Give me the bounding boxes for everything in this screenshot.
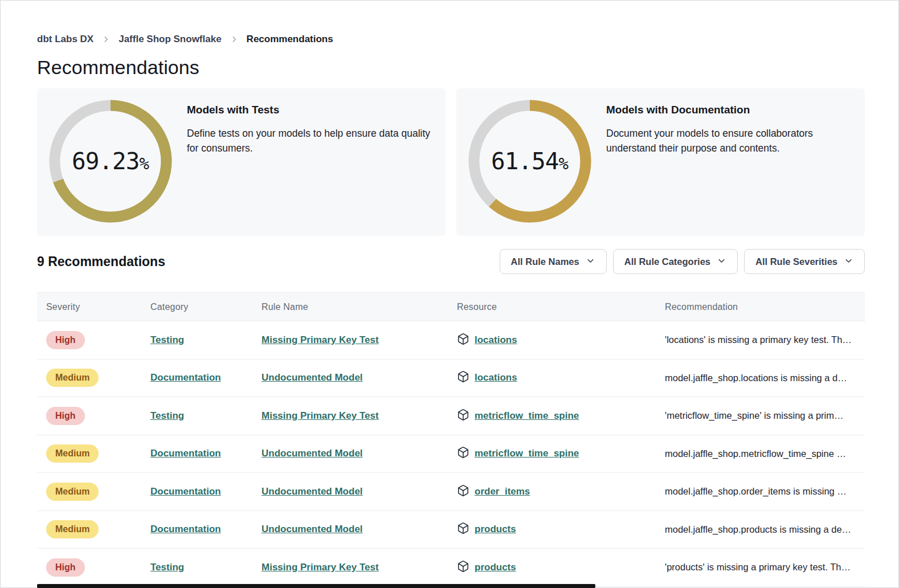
recommendation-text: model.jaffle_shop.products is missing a … xyxy=(656,524,865,535)
card-description: Define tests on your models to help ensu… xyxy=(187,126,432,156)
chevron-down-icon xyxy=(586,256,595,268)
filter-rule-categories-dropdown[interactable]: All Rule Categories xyxy=(613,249,738,274)
severity-badge: High xyxy=(46,558,85,577)
rule-name-link[interactable]: Missing Primary Key Test xyxy=(261,410,379,421)
table-row: High Testing Missing Primary Key Test lo… xyxy=(37,321,865,360)
models-with-tests-donut-chart: 69.23% xyxy=(49,100,172,223)
models-with-documentation-card: 61.54% Models with Documentation Documen… xyxy=(456,88,865,236)
column-header-category: Category xyxy=(141,302,252,312)
resource-link[interactable]: metricflow_time_spine xyxy=(475,410,579,422)
resource-link[interactable]: products xyxy=(475,562,516,573)
metric-cards: 69.23% Models with Tests Define tests on… xyxy=(37,88,865,236)
percent-value: 61.54 xyxy=(491,148,558,175)
resource-link[interactable]: products xyxy=(475,524,516,535)
category-link[interactable]: Testing xyxy=(150,562,184,573)
table-row: Medium Documentation Undocumented Model … xyxy=(37,435,865,473)
column-header-resource: Resource xyxy=(448,302,656,312)
resource-link[interactable]: locations xyxy=(475,334,517,346)
horizontal-scrollbar-thumb[interactable] xyxy=(37,584,595,588)
table-header: Severity Category Rule Name Resource Rec… xyxy=(37,292,865,321)
models-with-tests-card: 69.23% Models with Tests Define tests on… xyxy=(37,88,446,236)
cube-icon xyxy=(457,333,469,348)
filter-rule-names-dropdown[interactable]: All Rule Names xyxy=(500,249,607,274)
recommendation-text: 'metricflow_time_spine' is missing a pri… xyxy=(656,410,865,421)
recommendation-text: 'locations' is missing a primary key tes… xyxy=(656,334,865,345)
table-body: High Testing Missing Primary Key Test lo… xyxy=(37,321,865,587)
recommendations-table: Severity Category Rule Name Resource Rec… xyxy=(37,292,865,587)
cube-icon xyxy=(457,446,469,461)
rule-name-link[interactable]: Undocumented Model xyxy=(261,524,363,534)
chevron-right-icon xyxy=(102,35,110,43)
table-row: High Testing Missing Primary Key Test pr… xyxy=(37,549,865,587)
recommendation-text: model.jaffle_shop.metricflow_time_spine … xyxy=(656,448,865,459)
page: dbt Labs DX Jaffle Shop Snowflake Recomm… xyxy=(0,0,899,588)
category-link[interactable]: Documentation xyxy=(150,372,221,383)
cube-icon xyxy=(457,560,469,575)
resource-link[interactable]: locations xyxy=(475,372,517,383)
card-title: Models with Tests xyxy=(187,104,432,116)
rule-name-link[interactable]: Missing Primary Key Test xyxy=(261,334,379,345)
cube-icon xyxy=(457,522,469,537)
category-link[interactable]: Documentation xyxy=(150,524,221,534)
chevron-right-icon xyxy=(230,35,238,43)
percent-label: 69.23% xyxy=(72,148,149,175)
severity-badge: Medium xyxy=(46,369,99,387)
percent-value: 69.23 xyxy=(72,148,139,175)
category-link[interactable]: Documentation xyxy=(150,486,221,497)
category-link[interactable]: Testing xyxy=(150,334,184,345)
rule-name-link[interactable]: Undocumented Model xyxy=(261,372,363,383)
cube-icon xyxy=(457,484,469,499)
breadcrumb: dbt Labs DX Jaffle Shop Snowflake Recomm… xyxy=(37,34,333,45)
percent-label: 61.54% xyxy=(491,148,569,175)
chevron-down-icon xyxy=(717,256,726,268)
category-link[interactable]: Testing xyxy=(150,410,184,421)
cube-icon xyxy=(457,409,469,423)
table-row: Medium Documentation Undocumented Model … xyxy=(37,360,865,398)
percent-sign: % xyxy=(558,154,568,173)
breadcrumb-item-current: Recommendations xyxy=(247,34,333,45)
list-toolbar: 9 Recommendations All Rule Names All Rul… xyxy=(37,249,865,274)
severity-badge: High xyxy=(46,331,85,349)
recommendation-text: model.jaffle_shop.order_items is missing… xyxy=(656,486,865,497)
recommendations-count: 9 Recommendations xyxy=(37,254,165,270)
category-link[interactable]: Documentation xyxy=(150,448,221,459)
rule-name-link[interactable]: Undocumented Model xyxy=(261,486,363,497)
breadcrumb-item-account[interactable]: dbt Labs DX xyxy=(37,34,93,45)
column-header-recommendation: Recommendation xyxy=(656,302,865,312)
filter-label: All Rule Names xyxy=(511,256,579,267)
table-row: Medium Documentation Undocumented Model … xyxy=(37,473,865,511)
recommendation-text: model.jaffle_shop.locations is missing a… xyxy=(656,373,865,383)
filter-label: All Rule Categories xyxy=(624,256,710,267)
rule-name-link[interactable]: Undocumented Model xyxy=(261,448,363,459)
breadcrumb-item-project[interactable]: Jaffle Shop Snowflake xyxy=(118,34,221,45)
cube-icon xyxy=(457,370,469,385)
resource-link[interactable]: order_items xyxy=(475,486,530,497)
severity-badge: Medium xyxy=(46,520,99,538)
chevron-down-icon xyxy=(844,256,853,268)
filter-rule-severities-dropdown[interactable]: All Rule Severities xyxy=(744,249,865,274)
table-row: Medium Documentation Undocumented Model … xyxy=(37,511,865,549)
filter-label: All Rule Severities xyxy=(755,256,837,267)
severity-badge: Medium xyxy=(46,483,99,501)
models-with-documentation-donut-chart: 61.54% xyxy=(468,100,591,223)
page-title: Recommendations xyxy=(37,56,199,79)
column-header-severity: Severity xyxy=(37,302,141,312)
card-title: Models with Documentation xyxy=(606,104,833,116)
card-description: Document your models to ensure collabora… xyxy=(606,126,833,156)
rule-name-link[interactable]: Missing Primary Key Test xyxy=(261,562,379,573)
recommendation-text: 'products' is missing a primary key test… xyxy=(656,562,865,573)
column-header-rule-name: Rule Name xyxy=(252,302,448,312)
filters: All Rule Names All Rule Categories All R… xyxy=(500,249,865,274)
resource-link[interactable]: metricflow_time_spine xyxy=(475,448,579,459)
severity-badge: High xyxy=(46,407,85,425)
severity-badge: Medium xyxy=(46,444,99,463)
table-row: High Testing Missing Primary Key Test me… xyxy=(37,397,865,435)
percent-sign: % xyxy=(139,154,149,173)
